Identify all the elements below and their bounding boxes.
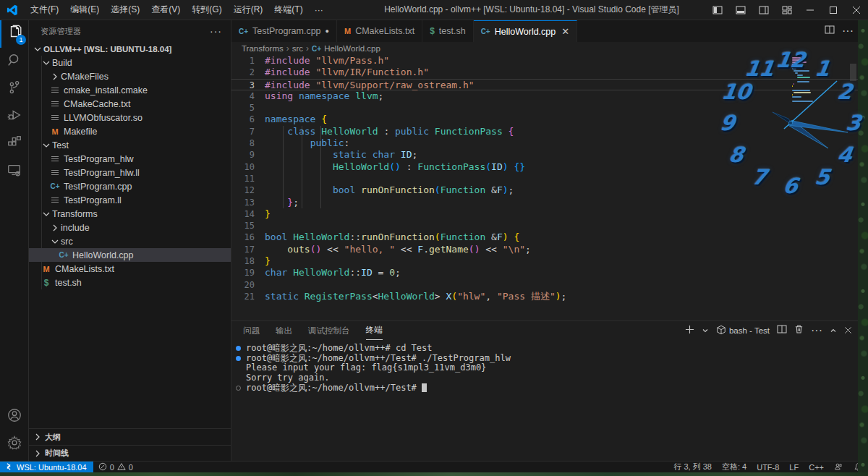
section-outline[interactable]: 大纲 bbox=[29, 429, 231, 445]
code-line-8[interactable]: 8 public: bbox=[231, 137, 858, 149]
panel-tab-terminal[interactable]: 终端 bbox=[366, 321, 383, 340]
tree-item-makefile[interactable]: MMakefile bbox=[29, 124, 231, 138]
code-line-1[interactable]: 1#include "llvm/Pass.h" bbox=[231, 55, 858, 67]
tab-testprogram-cpp[interactable]: C+ TestProgram.cpp ● bbox=[231, 20, 337, 42]
cursor-position[interactable]: 行 3, 列 38 bbox=[668, 462, 717, 473]
customize-layout-icon[interactable] bbox=[775, 0, 799, 20]
code-line-20[interactable]: 20 bbox=[231, 279, 858, 291]
breadcrumb-src[interactable]: src bbox=[292, 44, 303, 53]
remote-indicator[interactable]: WSL: Ubuntu-18.04 bbox=[0, 462, 93, 473]
code-line-17[interactable]: 17 outs() << "hello, " << F.getName() <<… bbox=[231, 244, 858, 255]
code-line-16[interactable]: 16bool HelloWorld::runOnFunction(Functio… bbox=[231, 231, 858, 243]
tree-item-cmakecache-txt[interactable]: CMakeCache.txt bbox=[29, 97, 231, 111]
code-line-2[interactable]: 2#include "llvm/IR/Function.h" bbox=[231, 67, 858, 78]
code-line-6[interactable]: 6namespace { bbox=[231, 114, 858, 125]
terminal-dropdown-icon[interactable] bbox=[702, 324, 709, 337]
tab-test-sh[interactable]: $ test.sh bbox=[422, 20, 474, 42]
maximize-panel-icon[interactable] bbox=[830, 324, 837, 337]
code-line-21[interactable]: 21static RegisterPass<HelloWorld> X("hlw… bbox=[231, 291, 858, 302]
sidebar-item-run-debug[interactable] bbox=[0, 103, 29, 130]
close-tab-icon[interactable]: ✕ bbox=[561, 26, 569, 37]
tree-item-transforms[interactable]: Transforms bbox=[29, 207, 231, 221]
indentation[interactable]: 空格: 4 bbox=[717, 462, 752, 473]
tree-item-testprogram-hlw[interactable]: TestProgram_hlw bbox=[29, 152, 231, 166]
tree-item-src[interactable]: src bbox=[29, 234, 231, 248]
code-line-13[interactable]: 13 }; bbox=[231, 197, 858, 208]
menu-selection[interactable]: 选择(S) bbox=[105, 0, 145, 20]
tree-item-helloworld-cpp[interactable]: C+HelloWorld.cpp bbox=[29, 248, 231, 262]
code-line-9[interactable]: 9 static char ID; bbox=[231, 149, 858, 161]
tree-item-testprogram-hlw-ll[interactable]: TestProgram_hlw.ll bbox=[29, 166, 231, 179]
tab-helloworld-cpp[interactable]: C+ HelloWorld.cpp ✕ bbox=[474, 20, 578, 42]
tree-item-testprogram-ll[interactable]: TestProgram.ll bbox=[29, 193, 231, 207]
problems-status[interactable]: 0 0 bbox=[93, 462, 138, 473]
code-line-10[interactable]: 10 HelloWorld() : FunctionPass(ID) {} bbox=[231, 161, 858, 173]
minimap[interactable] bbox=[791, 56, 825, 95]
tree-item-test-sh[interactable]: $test.sh bbox=[29, 276, 231, 289]
menu-run[interactable]: 运行(R) bbox=[228, 0, 269, 20]
panel-tab-output[interactable]: 输出 bbox=[276, 321, 292, 340]
sidebar-item-explorer[interactable]: 1 bbox=[0, 20, 29, 48]
more-actions-icon[interactable]: ··· bbox=[842, 25, 854, 38]
code-line-12[interactable]: 12 bool runOnFunction(Function &F); bbox=[231, 184, 858, 196]
minimize-button[interactable] bbox=[799, 0, 822, 20]
tree-item-build[interactable]: Build bbox=[29, 56, 231, 69]
tree-item-cmakefiles[interactable]: CMakeFiles bbox=[29, 69, 231, 83]
toggle-sidebar-icon[interactable] bbox=[706, 0, 729, 20]
code-line-11[interactable]: 11 bbox=[231, 173, 858, 184]
terminal-output[interactable]: root@暗影之风:~/home/ollvm++# cd Testroot@暗影… bbox=[231, 340, 858, 461]
tab-cmakelists-txt[interactable]: M CMakeLists.txt bbox=[337, 20, 422, 42]
split-terminal-icon[interactable] bbox=[777, 324, 787, 337]
sidebar-item-extensions[interactable] bbox=[0, 130, 29, 158]
code-line-5[interactable]: 5 bbox=[231, 102, 858, 114]
tree-item-testprogram-cpp[interactable]: C+TestProgram.cpp bbox=[29, 179, 231, 193]
eol-sequence[interactable]: LF bbox=[784, 462, 804, 473]
tree-item-llvmobfuscator-so[interactable]: LLVMObfuscator.so bbox=[29, 111, 231, 124]
panel-tab-problems[interactable]: 问题 bbox=[243, 321, 260, 340]
code-line-3[interactable]: 3#include "llvm/Support/raw_ostream.h" bbox=[231, 79, 858, 90]
tree-item-include[interactable]: include bbox=[29, 221, 231, 234]
code-line-7[interactable]: 7 class HelloWorld : public FunctionPass… bbox=[231, 126, 858, 137]
code-line-14[interactable]: 14} bbox=[231, 208, 858, 220]
accounts-button[interactable] bbox=[0, 403, 29, 430]
menu-file[interactable]: 文件(F) bbox=[25, 0, 64, 20]
code-line-19[interactable]: 19char HelloWorld::ID = 0; bbox=[231, 267, 858, 279]
menu-terminal[interactable]: 终端(T) bbox=[268, 0, 308, 20]
command-decoration-icon[interactable] bbox=[236, 386, 241, 391]
explorer-more-actions-icon[interactable]: ··· bbox=[210, 25, 222, 37]
language-mode[interactable]: C++ bbox=[804, 462, 829, 473]
new-terminal-icon[interactable] bbox=[685, 324, 694, 337]
code-editor[interactable]: 1#include "llvm/Pass.h"2#include "llvm/I… bbox=[231, 55, 858, 320]
editor-scrollbar[interactable] bbox=[850, 64, 856, 81]
modified-dot-icon[interactable]: ● bbox=[326, 27, 329, 35]
tree-item-cmake-install-cmake[interactable]: cmake_install.cmake bbox=[29, 83, 231, 97]
settings-button[interactable] bbox=[0, 430, 29, 458]
code-line-4[interactable]: 4using namespace llvm; bbox=[231, 90, 858, 102]
close-panel-icon[interactable] bbox=[844, 324, 852, 337]
section-timeline[interactable]: 时间线 bbox=[29, 445, 231, 461]
tree-item-test[interactable]: Test bbox=[29, 138, 231, 152]
sidebar-item-source-control[interactable] bbox=[0, 75, 29, 103]
menu-goto[interactable]: 转到(G) bbox=[186, 0, 227, 20]
menu-edit[interactable]: 编辑(E) bbox=[64, 0, 105, 20]
code-line-18[interactable]: 18} bbox=[231, 255, 858, 267]
sidebar-item-remote-explorer[interactable] bbox=[0, 158, 29, 185]
breadcrumb-transforms[interactable]: Transforms bbox=[242, 44, 284, 53]
breadcrumb-file[interactable]: HelloWorld.cpp bbox=[324, 44, 380, 53]
toggle-panel-icon[interactable] bbox=[729, 0, 752, 20]
panel-tab-debug-console[interactable]: 调试控制台 bbox=[308, 321, 350, 340]
panel-more-actions-icon[interactable]: ··· bbox=[811, 324, 822, 337]
kill-terminal-icon[interactable] bbox=[794, 324, 804, 337]
split-editor-icon[interactable] bbox=[825, 25, 835, 38]
menu-view[interactable]: 查看(V) bbox=[145, 0, 186, 20]
encoding[interactable]: UTF-8 bbox=[752, 462, 784, 473]
toggle-secondary-sidebar-icon[interactable] bbox=[752, 0, 775, 20]
command-decoration-icon[interactable] bbox=[236, 356, 241, 361]
terminal-instance[interactable]: bash - Test bbox=[716, 325, 770, 336]
close-button[interactable] bbox=[845, 0, 868, 20]
command-decoration-icon[interactable] bbox=[236, 346, 241, 351]
maximize-button[interactable] bbox=[822, 0, 845, 20]
tree-item-cmakelists-txt[interactable]: MCMakeLists.txt bbox=[29, 262, 231, 276]
tree-item-ollvm-wsl-ubuntu-18-04-[interactable]: OLLVM++ [WSL: UBUNTU-18.04] bbox=[29, 42, 231, 56]
feedback-button[interactable] bbox=[829, 462, 848, 473]
